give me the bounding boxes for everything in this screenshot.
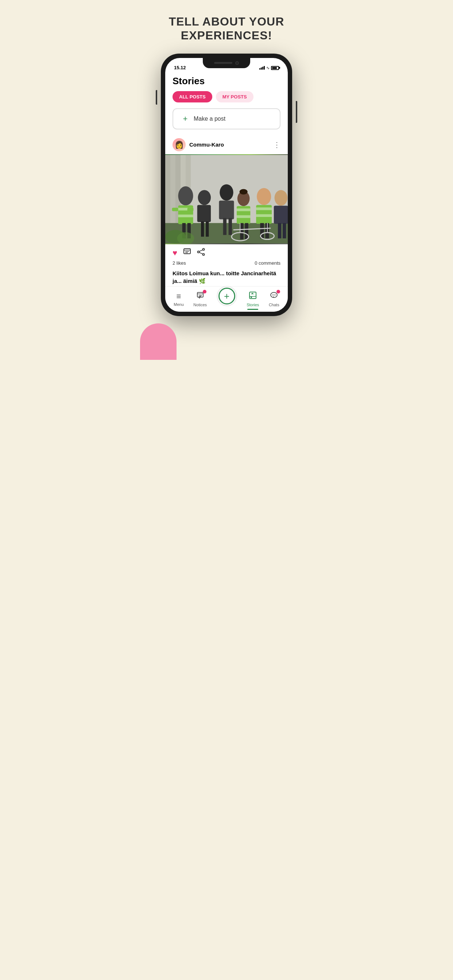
- nav-label-menu: Menu: [174, 302, 184, 307]
- make-post-button[interactable]: + Make a post: [172, 108, 281, 129]
- svg-rect-38: [274, 205, 288, 223]
- nav-item-notices[interactable]: Notices: [193, 291, 207, 307]
- status-time: 15.12: [174, 65, 186, 70]
- signal-bars-icon: [259, 66, 265, 70]
- headline-line2: experiences!: [169, 29, 284, 42]
- svg-point-20: [220, 184, 233, 200]
- make-post-plus-icon: +: [180, 114, 190, 124]
- svg-rect-11: [178, 215, 193, 217]
- nav-label-chats: Chats: [269, 302, 279, 307]
- notices-icon: [196, 292, 204, 301]
- nav-label-stories: Stories: [247, 302, 259, 307]
- svg-rect-62: [249, 292, 256, 299]
- chats-icon: [270, 292, 278, 301]
- center-add-button[interactable]: +: [217, 286, 237, 306]
- center-plus-icon: +: [224, 291, 230, 301]
- bottom-nav: ≡ Menu: [165, 286, 288, 312]
- phone-frame: 15.12 ∿ Stories: [161, 54, 292, 316]
- post-stats: 2 likes 0 comments: [165, 259, 288, 268]
- svg-point-25: [239, 189, 247, 194]
- phone-notch: [203, 58, 250, 68]
- tab-buttons: ALL POSTS MY POSTS: [165, 91, 288, 108]
- svg-point-47: [177, 232, 195, 244]
- post-card: 👩 Commu-Karo ⋮: [165, 135, 288, 286]
- phone-screen: 15.12 ∿ Stories: [165, 58, 288, 312]
- tab-all-posts[interactable]: ALL POSTS: [172, 91, 212, 102]
- svg-rect-23: [229, 218, 232, 235]
- svg-marker-64: [251, 293, 254, 294]
- stories-icon: [249, 291, 257, 302]
- comments-count: 0 comments: [255, 260, 281, 266]
- svg-point-54: [203, 253, 205, 255]
- make-post-label: Make a post: [194, 116, 225, 122]
- nav-item-stories[interactable]: Stories: [247, 291, 259, 307]
- svg-rect-27: [237, 208, 250, 211]
- headline-line1: Tell about your: [169, 14, 284, 29]
- svg-rect-17: [197, 205, 211, 222]
- page-wrapper: Tell about your experiences! 15.12: [151, 0, 302, 353]
- svg-rect-21: [219, 200, 234, 219]
- nav-item-chats[interactable]: Chats: [269, 291, 279, 307]
- post-author: 👩 Commu-Karo: [172, 138, 224, 151]
- svg-line-56: [199, 252, 203, 254]
- svg-rect-48: [184, 249, 190, 254]
- notch-speaker: [214, 62, 232, 64]
- post-caption: Kiitos Loimua kun... toitte Jancinarheit…: [165, 268, 288, 286]
- svg-rect-65: [250, 297, 252, 298]
- status-icons: ∿: [259, 65, 279, 70]
- share-button[interactable]: [197, 248, 205, 258]
- svg-rect-15: [187, 208, 194, 211]
- svg-point-8: [178, 186, 193, 205]
- pink-blob-decoration: [140, 323, 177, 360]
- page-title: Stories: [165, 73, 288, 91]
- svg-point-69: [275, 294, 276, 295]
- likes-count: 2 likes: [172, 260, 186, 266]
- nav-active-indicator: [247, 309, 258, 310]
- post-image: [165, 154, 288, 244]
- svg-rect-34: [256, 214, 272, 216]
- post-image-svg: [165, 154, 288, 244]
- notch-camera: [235, 61, 239, 65]
- svg-line-55: [199, 250, 203, 251]
- svg-rect-22: [223, 218, 226, 235]
- svg-rect-33: [256, 207, 272, 210]
- svg-rect-28: [237, 215, 250, 218]
- svg-rect-19: [206, 221, 209, 237]
- notices-badge: [203, 290, 206, 293]
- svg-point-68: [274, 294, 274, 295]
- svg-rect-30: [245, 223, 248, 240]
- post-actions: ♥: [165, 244, 288, 259]
- svg-point-31: [257, 188, 271, 205]
- svg-point-16: [198, 190, 211, 205]
- page-headline: Tell about your experiences!: [161, 14, 292, 43]
- svg-rect-18: [201, 221, 204, 237]
- battery-icon: [271, 66, 279, 70]
- svg-point-53: [198, 251, 199, 253]
- svg-rect-29: [240, 223, 243, 240]
- svg-point-37: [274, 190, 287, 205]
- author-name: Commu-Karo: [189, 142, 224, 148]
- app-content: Stories ALL POSTS MY POSTS + Make a post: [165, 73, 288, 286]
- menu-icon: ≡: [177, 292, 181, 301]
- like-button[interactable]: ♥: [172, 248, 177, 258]
- nav-label-notices: Notices: [193, 302, 207, 307]
- post-menu-button[interactable]: ⋮: [273, 140, 281, 149]
- tab-my-posts[interactable]: MY POSTS: [216, 91, 254, 102]
- wifi-icon: ∿: [266, 65, 270, 70]
- svg-point-67: [273, 294, 273, 295]
- comment-button[interactable]: [183, 248, 191, 258]
- svg-rect-40: [283, 223, 286, 239]
- nav-item-menu[interactable]: ≡ Menu: [174, 292, 184, 307]
- avatar: 👩: [172, 138, 186, 151]
- chats-badge: [276, 290, 280, 293]
- post-header: 👩 Commu-Karo ⋮: [165, 135, 288, 154]
- svg-rect-39: [278, 223, 281, 239]
- svg-rect-14: [172, 208, 179, 211]
- svg-point-52: [203, 248, 205, 250]
